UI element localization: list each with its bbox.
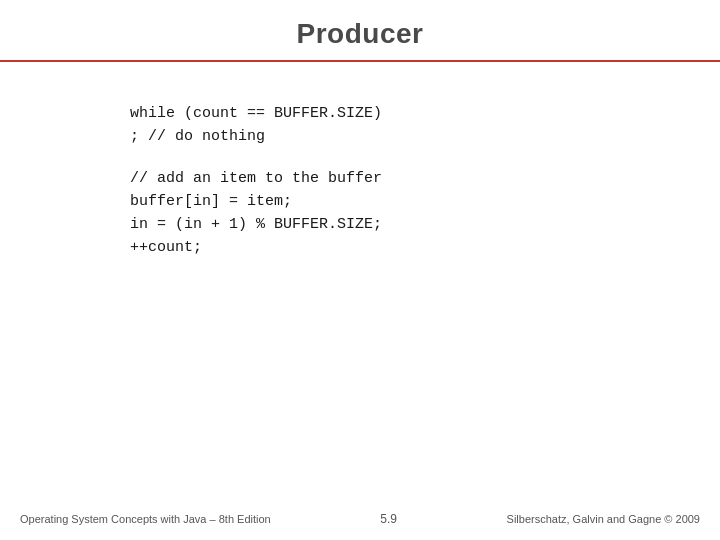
code-block-1: while (count == BUFFER.SIZE) ; // do not… [130,102,680,149]
code-line-3: // add an item to the buffer [130,167,680,190]
footer: Operating System Concepts with Java – 8t… [0,512,720,526]
code-line-5: in = (in + 1) % BUFFER.SIZE; [130,213,680,236]
code-line-1: while (count == BUFFER.SIZE) [130,102,680,125]
content-area: while (count == BUFFER.SIZE) ; // do not… [0,62,720,300]
footer-page-number: 5.9 [380,512,397,526]
code-block-2: // add an item to the buffer buffer[in] … [130,167,680,260]
code-line-6: ++count; [130,236,680,259]
title-area: Producer [0,0,720,62]
code-line-2: ; // do nothing [130,125,680,148]
code-line-4: buffer[in] = item; [130,190,680,213]
code-block: while (count == BUFFER.SIZE) ; // do not… [130,102,680,260]
slide-container: Producer while (count == BUFFER.SIZE) ; … [0,0,720,540]
footer-right-text: Silberschatz, Galvin and Gagne © 2009 [507,513,700,525]
footer-left-text: Operating System Concepts with Java – 8t… [20,513,271,525]
slide-title: Producer [40,18,680,50]
